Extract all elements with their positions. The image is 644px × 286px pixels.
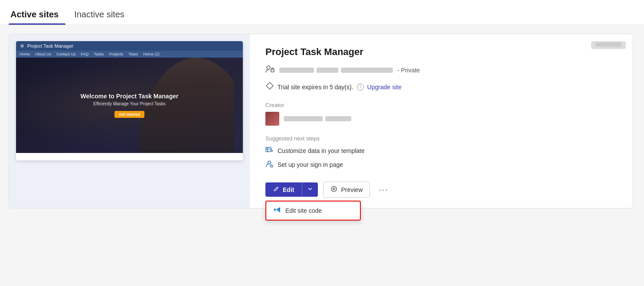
browser-title: Project Task Manager [27,43,73,49]
chevron-down-icon [307,186,313,193]
site-title: Project Task Manager [265,46,619,58]
card-options [591,41,626,49]
hero-cta-button: Get Started [114,111,144,118]
site-thumbnail: Project Task Manager Home About Us Conta… [9,34,250,208]
page-wrapper: Active sites Inactive sites Project Task… [0,0,644,217]
svg-point-0 [267,66,270,69]
browser-hero: Welcome to Project Task Manager Efficien… [16,58,243,153]
creator-name-blurred [284,116,351,121]
creator-label: Creator [265,102,619,108]
edit-site-code-label: Edit site code [285,207,322,214]
edit-button[interactable]: Edit [265,182,302,197]
blur-1 [279,68,314,73]
tabs-bar: Active sites Inactive sites [0,0,644,25]
edit-dropdown-button[interactable] [302,182,318,197]
site-meta-visibility: - Private [265,65,619,75]
creator-section: Creator [265,102,619,126]
signin-text: Set up your sign in page [278,161,343,168]
info-icon[interactable]: i [357,84,364,91]
action-row: Edit [265,182,619,198]
edit-label: Edit [283,186,294,193]
site-detail-panel: Project Task Manager [250,34,633,208]
svg-point-8 [331,186,337,192]
trial-row: Trial site expires in 5 day(s). i Upgrad… [265,81,619,92]
preview-button[interactable]: Preview [323,182,370,198]
hero-subtitle: Efficiently Manage Your Project Tasks [81,101,179,106]
next-steps-section: Suggested next steps Customize data in y… [265,135,619,169]
tab-inactive-sites[interactable]: Inactive sites [72,5,131,25]
blur-2 [317,68,338,73]
svg-rect-3 [266,147,271,152]
creator-blur-1 [284,116,323,121]
more-options-button[interactable]: ··· [375,183,392,196]
edit-pencil-icon [273,186,279,193]
diamond-icon [265,81,274,92]
browser-preview: Project Task Manager Home About Us Conta… [16,41,243,160]
signin-setup-icon [265,160,273,169]
visibility-label: - Private [397,67,420,74]
main-content: Project Task Manager Home About Us Conta… [0,25,644,217]
nav-contact: Contact Us [56,52,76,56]
nav-faq: FAQ [81,52,89,56]
nav-home: Home [20,52,30,56]
site-card: Project Task Manager Home About Us Conta… [9,34,633,208]
preview-icon [330,185,337,194]
svg-marker-2 [266,82,273,89]
hero-title: Welcome to Project Task Manager [81,93,179,100]
nav-home2: Home (2) [143,52,160,56]
creator-avatar [265,112,279,126]
nav-projects: Projects [109,52,124,56]
customize-text: Customize data in your template [278,147,365,154]
vscode-icon [273,206,281,215]
browser-dot-1 [20,44,24,48]
upgrade-link[interactable]: Upgrade site [367,84,402,91]
creator-row [265,112,619,126]
creator-blur-2 [325,116,351,121]
next-step-customize: Customize data in your template [265,146,619,156]
browser-titlebar: Project Task Manager [16,41,243,51]
hero-text-block: Welcome to Project Task Manager Efficien… [81,93,179,118]
nav-team: Team [128,52,138,56]
nav-about: About Us [35,52,51,56]
svg-rect-1 [271,69,274,72]
blur-3 [341,68,393,73]
next-step-signin: Set up your sign in page [265,160,619,169]
nav-tasks: Tasks [94,52,104,56]
next-steps-label: Suggested next steps [265,135,619,142]
edit-site-code-item[interactable]: Edit site code [266,202,360,220]
trial-text: Trial site expires in 5 day(s). [278,84,353,91]
three-dots-icon: ··· [379,185,389,194]
preview-label: Preview [341,186,363,193]
tab-active-sites[interactable]: Active sites [9,5,65,25]
svg-point-9 [333,188,335,190]
site-url-blurred [279,68,393,73]
browser-nav: Home About Us Contact Us FAQ Tasks Proje… [16,51,243,58]
edit-button-group: Edit [265,182,318,197]
dropdown-menu: Edit site code [265,201,361,221]
top-right-blur [591,41,626,49]
group-lock-icon [265,65,275,75]
customize-icon [265,146,273,156]
